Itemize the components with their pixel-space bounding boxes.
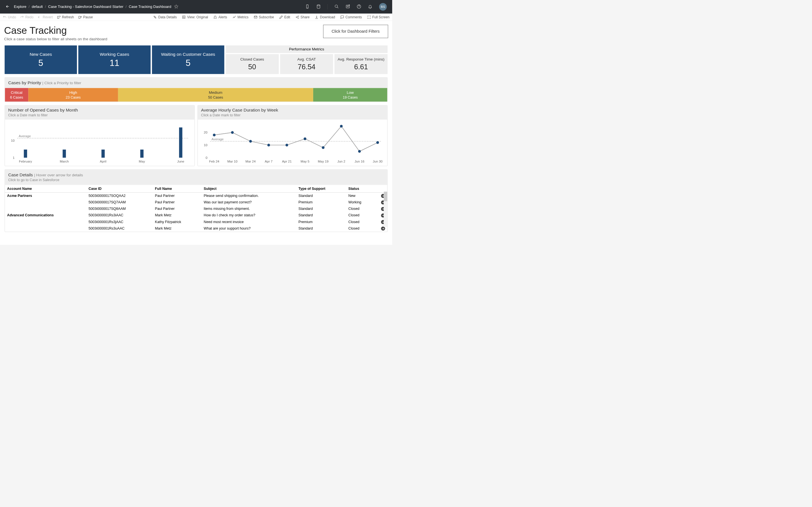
table-scrollbar[interactable] [384,192,388,227]
svg-point-51 [286,144,289,147]
svg-line-26 [297,16,298,17]
svg-line-27 [297,17,298,18]
svg-rect-34 [63,150,66,158]
edit-button[interactable]: Edit [279,15,290,19]
case-details-card: Case Details | Hover over arrow for deta… [4,169,388,232]
table-row[interactable]: 5003i0000017SQ8AAMPaul PartnerItems miss… [5,206,387,212]
svg-point-48 [231,131,234,134]
svg-text:Jun 2: Jun 2 [337,160,345,163]
priority-hint: | Click a Priority to filter [42,81,81,85]
back-arrow-icon[interactable] [5,4,10,9]
svg-text:Feb 24: Feb 24 [209,160,220,163]
favorite-star-icon[interactable] [174,4,178,9]
subscribe-button[interactable]: Subscribe [254,15,274,19]
priority-high[interactable]: High23 Cases [28,88,118,102]
download-button[interactable]: Download [315,15,335,19]
svg-point-2 [317,5,320,6]
priority-critical[interactable]: Critical6 Cases [5,88,28,102]
svg-text:March: March [60,160,69,163]
tile-new-cases[interactable]: New Cases 5 [4,45,77,74]
svg-rect-36 [101,150,105,158]
page-subtitle: Click a case status below to filter all … [4,37,107,41]
svg-point-8 [349,5,350,6]
details-title: Case Details [8,172,33,177]
refresh-button[interactable]: Refresh [57,15,74,19]
chart-cases-by-month: Number of Opened Cases by Month Click a … [4,105,195,166]
tile-avg-response[interactable]: Avg. Response Time (mins) 6.61 [335,54,388,74]
table-row[interactable]: 5003i000001Rs3uAACMark MetzWhat are your… [5,225,387,231]
details-hint: | Hover over arrow for details [34,173,83,177]
tile-working-cases[interactable]: Working Cases 11 [79,45,151,74]
revert-button[interactable]: Revert [38,15,53,19]
view-button[interactable]: View: Original [182,15,208,19]
col-subject: Subject [202,185,296,192]
priority-title: Cases by Priority [8,80,41,85]
arrow-right-icon[interactable]: ➔ [381,226,385,230]
svg-text:20: 20 [204,131,207,134]
breadcrumb-default[interactable]: default [32,5,43,9]
svg-point-56 [376,141,379,144]
pause-button[interactable]: Pause [78,15,93,19]
bar-chart[interactable]: 110AverageFebruaryMarchAprilMayJune [6,121,193,165]
priority-medium[interactable]: Medium50 Cases [118,88,313,102]
svg-point-52 [304,137,306,140]
svg-text:1: 1 [13,156,14,159]
case-details-table: Account NameCase IDFull NameSubjectType … [5,185,387,231]
action-toolbar: Undo Redo Revert Refresh Pause Data Deta… [0,13,392,20]
device-preview-icon[interactable] [305,4,309,9]
search-icon[interactable] [335,4,339,9]
redo-button[interactable]: Redo [20,15,33,19]
table-row[interactable]: 5003i0000017SQ7AAMPaul PartnerWas our la… [5,199,387,206]
avatar[interactable]: BS [379,3,387,11]
list-icon[interactable] [346,4,350,9]
col-type-of-support: Type of Support [296,185,346,192]
data-source-icon[interactable] [316,4,320,9]
help-icon[interactable] [357,4,361,9]
svg-rect-32 [24,150,28,158]
svg-text:May: May [139,160,145,163]
col-account-name: Account Name [5,185,86,192]
svg-point-54 [340,125,343,128]
svg-point-25 [298,18,299,18]
share-button[interactable]: Share [296,15,310,19]
svg-text:10: 10 [204,144,207,147]
svg-text:February: February [19,160,32,163]
dashboard-filters-button[interactable]: Click for Dashboard Filters [323,25,388,38]
data-details-button[interactable]: Data Details [153,15,177,19]
svg-text:Average: Average [211,137,223,141]
comments-button[interactable]: Comments [340,15,362,19]
svg-point-3 [335,5,338,7]
svg-point-24 [298,16,299,16]
fullscreen-button[interactable]: Full Screen [367,15,389,19]
table-row[interactable]: 5003i000001Rs3jAACKathy FitzpatrickNeed … [5,219,387,225]
svg-point-49 [249,140,252,143]
notifications-icon[interactable] [368,4,372,9]
svg-point-55 [358,150,361,153]
svg-text:Average: Average [18,134,31,138]
undo-button[interactable]: Undo [3,15,16,19]
table-row[interactable]: Acme Partners5003i0000017SOQAA2Paul Part… [5,192,387,199]
svg-point-17 [155,17,156,18]
breadcrumb-current: Case Tracking Dashboard [129,5,171,9]
priority-low[interactable]: Low19 Cases [313,88,388,102]
alerts-button[interactable]: Alerts [213,15,227,19]
svg-text:Jun 16: Jun 16 [355,160,364,163]
breadcrumb-workbook[interactable]: Case Tracking - Salesforce Dashboard Sta… [48,5,123,9]
svg-text:Apr 21: Apr 21 [282,160,292,163]
breadcrumb-explore[interactable]: Explore [14,5,26,9]
table-row[interactable]: Advanced Communications5003i000001Rs3iAA… [5,212,387,219]
svg-line-4 [337,7,338,8]
svg-text:May 5: May 5 [301,160,310,163]
tile-closed-cases[interactable]: Closed Cases 50 [225,54,278,74]
tile-avg-csat[interactable]: Avg. CSAT 76.54 [280,54,333,74]
metrics-button[interactable]: Metrics [232,15,248,19]
svg-text:April: April [100,160,106,163]
svg-rect-38 [140,150,144,158]
performance-title: Performance Metrics [225,45,388,53]
breadcrumb: Explore / default / Case Tracking - Sale… [14,5,171,9]
svg-text:0: 0 [206,156,207,159]
line-chart[interactable]: 01020AverageFeb 24Mar 10Mar 24Apr 7Apr 2… [199,121,386,165]
svg-text:June: June [177,160,184,163]
col-status: Status [346,185,374,192]
tile-waiting-cases[interactable]: Waiting on Customer Cases 5 [152,45,224,74]
